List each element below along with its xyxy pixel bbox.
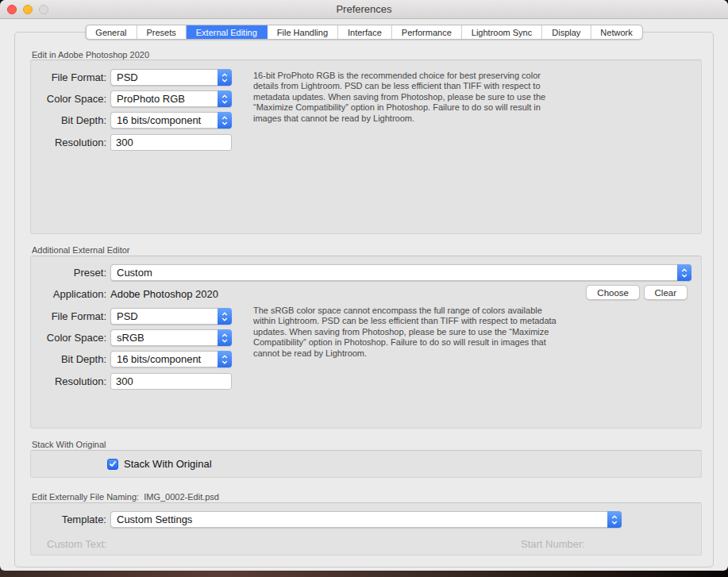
minimize-button[interactable] [23,5,33,14]
section-title-edit-in: Edit in Adobe Photoshop 2020 [32,50,149,60]
additional-description: The sRGB color space cannot encompass th… [253,306,558,359]
color-space-label: Color Space: [31,332,106,344]
preset-label: Preset: [31,267,106,279]
tab-bar: GeneralPresetsExternal EditingFile Handl… [85,25,642,40]
section-title-naming: Edit Externally File Naming: IMG_0002-Ed… [32,492,219,502]
custom-text-label-disabled: Custom Text: [47,538,107,550]
resolution-input-2[interactable] [110,373,232,390]
bit-depth-label: Bit Depth: [31,353,106,365]
popup-stepper-icon [218,351,232,367]
popup-value: PSD [111,310,218,322]
file-format-label: File Format: [31,310,106,322]
zoom-button-disabled [39,5,48,14]
checkmark-icon [109,460,117,467]
tab-interface[interactable]: Interface [338,25,392,39]
popup-stepper-icon [218,308,232,325]
tab-performance[interactable]: Performance [392,25,462,39]
section-naming: Template: Custom Settings Custom Text: S… [30,502,702,556]
section-stack: Stack With Original [30,450,702,478]
preferences-window: Preferences GeneralPresetsExternal Editi… [0,0,728,571]
popup-stepper-icon [218,90,232,107]
clear-button[interactable]: Clear [644,285,688,300]
popup-value: Custom Settings [111,514,607,525]
window-title: Preferences [0,0,728,19]
color-space-popup-2[interactable]: sRGB [110,329,232,346]
start-number-label-disabled: Start Number: [521,538,585,550]
tab-display[interactable]: Display [542,25,591,39]
edit-in-description: 16-bit ProPhoto RGB is the recommended c… [253,71,566,124]
popup-stepper-icon [218,329,232,346]
preset-popup[interactable]: Custom [110,264,691,281]
popup-value: sRGB [111,332,218,344]
section-title-additional: Additional External Editor [32,245,130,255]
popup-stepper-icon [677,264,691,281]
file-format-label: File Format: [31,71,106,83]
template-label: Template: [31,514,106,525]
resolution-label: Resolution: [31,375,106,387]
tab-file-handling[interactable]: File Handling [268,25,338,39]
application-label: Application: [31,288,106,300]
tab-lightroom-sync[interactable]: Lightroom Sync [462,25,542,39]
popup-stepper-icon [218,69,232,86]
popup-value: PSD [111,71,218,83]
template-popup[interactable]: Custom Settings [110,511,622,528]
window-controls [7,5,48,14]
popup-stepper-icon [218,112,232,129]
bit-depth-label: Bit Depth: [31,114,106,126]
tab-general[interactable]: General [86,25,137,39]
file-format-popup[interactable]: PSD [110,69,232,86]
section-additional: Preset: Custom Application: Adobe Photos… [30,256,702,429]
application-value: Adobe Photoshop 2020 [110,288,218,300]
bit-depth-popup-2[interactable]: 16 bits/component [110,351,232,367]
resolution-input[interactable] [110,134,232,151]
popup-value: 16 bits/component [111,114,218,126]
color-space-label: Color Space: [31,93,106,105]
title-bar: Preferences [0,0,728,19]
tab-network[interactable]: Network [591,25,641,39]
popup-stepper-icon [607,511,622,528]
stack-with-original-checkbox[interactable] [107,459,118,470]
popup-value: Custom [111,267,677,279]
bit-depth-popup[interactable]: 16 bits/component [110,112,232,129]
resolution-label: Resolution: [31,137,106,148]
popup-value: ProPhoto RGB [111,93,218,105]
section-title-stack: Stack With Original [32,440,106,449]
choose-button[interactable]: Choose [586,285,640,300]
tab-external-editing[interactable]: External Editing [187,25,268,39]
popup-value: 16 bits/component [111,353,218,365]
section-edit-in: File Format: PSD Color Space: ProPhoto R… [30,60,702,234]
tab-presets[interactable]: Presets [137,25,186,39]
color-space-popup[interactable]: ProPhoto RGB [110,90,232,107]
close-button[interactable] [7,5,17,14]
file-format-popup-2[interactable]: PSD [110,308,232,325]
stack-checkbox-label: Stack With Original [124,458,212,470]
